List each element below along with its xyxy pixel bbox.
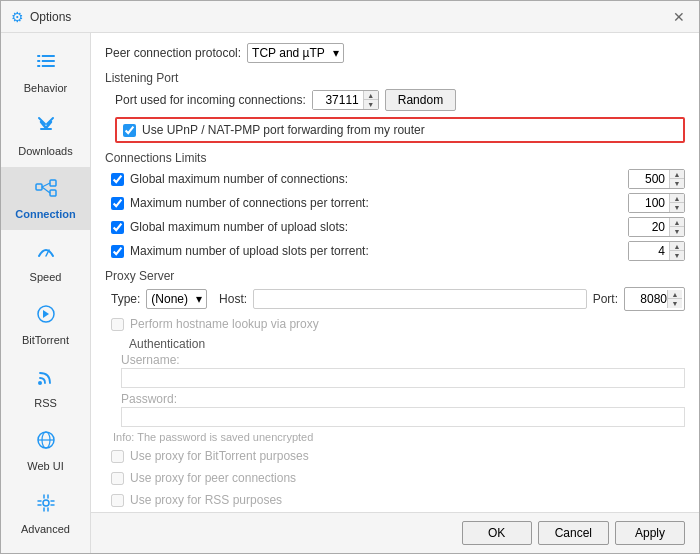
- conn-label-3: Maximum number of upload slots per torre…: [130, 244, 622, 258]
- conn-spin-up-3[interactable]: ▲: [670, 242, 684, 251]
- sidebar-label-bittorrent: BitTorrent: [22, 334, 69, 346]
- webui-icon: [35, 429, 57, 456]
- bittorrent-icon: [35, 303, 57, 330]
- conn-checkbox-3[interactable]: [111, 245, 124, 258]
- hostname-lookup-label: Perform hostname lookup via proxy: [130, 317, 319, 331]
- sidebar-item-bittorrent[interactable]: BitTorrent: [1, 293, 90, 356]
- proxy-peer-checkbox[interactable]: [111, 472, 124, 485]
- port-spin-down[interactable]: ▼: [364, 100, 378, 109]
- ok-button[interactable]: OK: [462, 521, 532, 545]
- proxy-port-spin-up[interactable]: ▲: [668, 290, 682, 299]
- conn-spin-down-3[interactable]: ▼: [670, 251, 684, 260]
- svg-rect-2: [37, 65, 55, 67]
- conn-spin-3[interactable]: ▲ ▼: [628, 241, 685, 261]
- proxy-host-input[interactable]: [253, 289, 587, 309]
- proxy-rss-row: Use proxy for RSS purposes: [111, 491, 685, 509]
- cancel-button[interactable]: Cancel: [538, 521, 609, 545]
- downloads-icon: [35, 114, 57, 141]
- conn-checkbox-0[interactable]: [111, 173, 124, 186]
- port-spin-buttons: ▲ ▼: [363, 91, 378, 109]
- proxy-type-chevron-icon: ▾: [196, 292, 202, 306]
- conn-row-0: Global maximum number of connections: ▲ …: [111, 169, 685, 189]
- conn-checkbox-1[interactable]: [111, 197, 124, 210]
- sidebar-label-webui: Web UI: [27, 460, 63, 472]
- proxy-host-label: Host:: [219, 292, 247, 306]
- close-button[interactable]: ✕: [669, 7, 689, 27]
- proxy-type-select[interactable]: (None) ▾: [146, 289, 207, 309]
- sidebar-item-advanced[interactable]: Advanced: [1, 482, 90, 545]
- svg-line-9: [42, 183, 50, 187]
- random-button[interactable]: Random: [385, 89, 456, 111]
- proxy-peer-row: Use proxy for peer connections: [111, 469, 685, 487]
- port-input[interactable]: [313, 91, 363, 109]
- behavior-icon: [35, 51, 57, 78]
- conn-spin-down-2[interactable]: ▼: [670, 227, 684, 236]
- sidebar-label-connection: Connection: [15, 208, 76, 220]
- svg-point-17: [43, 500, 49, 506]
- protocol-row: Peer connection protocol: TCP and µTP ▾: [105, 43, 685, 63]
- sidebar-item-behavior[interactable]: Behavior: [1, 41, 90, 104]
- conn-input-2[interactable]: [629, 218, 669, 236]
- proxy-port-label: Port:: [593, 292, 618, 306]
- conn-label-1: Maximum number of connections per torren…: [130, 196, 622, 210]
- password-input[interactable]: [121, 407, 685, 427]
- conn-spin-btns-0: ▲ ▼: [669, 170, 684, 188]
- titlebar: ⚙ Options ✕: [1, 1, 699, 33]
- proxy-rss-label: Use proxy for RSS purposes: [130, 493, 282, 507]
- auth-fields: Username: Password:: [111, 353, 685, 429]
- apply-button[interactable]: Apply: [615, 521, 685, 545]
- svg-point-13: [38, 381, 42, 385]
- auth-header: Authentication: [129, 337, 685, 351]
- listening-port-header: Listening Port: [105, 71, 685, 85]
- svg-rect-1: [37, 60, 55, 62]
- sidebar-label-speed: Speed: [30, 271, 62, 283]
- conn-spin-btns-1: ▲ ▼: [669, 194, 684, 212]
- connection-icon: [35, 177, 57, 204]
- proxy-bittorrent-checkbox[interactable]: [111, 450, 124, 463]
- sidebar-item-webui[interactable]: Web UI: [1, 419, 90, 482]
- conn-checkbox-2[interactable]: [111, 221, 124, 234]
- port-spinbox[interactable]: ▲ ▼: [312, 90, 379, 110]
- speed-icon: [35, 240, 57, 267]
- upnp-row: Use UPnP / NAT-PMP port forwarding from …: [115, 117, 685, 143]
- username-row: Username:: [121, 353, 685, 390]
- sidebar-item-downloads[interactable]: Downloads: [1, 104, 90, 167]
- upnp-checkbox[interactable]: [123, 124, 136, 137]
- username-input[interactable]: [121, 368, 685, 388]
- conn-input-1[interactable]: [629, 194, 669, 212]
- main-panel: Peer connection protocol: TCP and µTP ▾ …: [91, 33, 699, 553]
- conn-spin-0[interactable]: ▲ ▼: [628, 169, 685, 189]
- conn-input-3[interactable]: [629, 242, 669, 260]
- conn-spin-up-1[interactable]: ▲: [670, 194, 684, 203]
- conn-spin-up-2[interactable]: ▲: [670, 218, 684, 227]
- upnp-label: Use UPnP / NAT-PMP port forwarding from …: [142, 123, 425, 137]
- conn-input-0[interactable]: [629, 170, 669, 188]
- sidebar-item-connection[interactable]: Connection: [1, 167, 90, 230]
- proxy-port-spin-down[interactable]: ▼: [668, 299, 682, 308]
- conn-spin-1[interactable]: ▲ ▼: [628, 193, 685, 213]
- conn-spin-down-1[interactable]: ▼: [670, 203, 684, 212]
- proxy-rss-checkbox[interactable]: [111, 494, 124, 507]
- port-spin-up[interactable]: ▲: [364, 91, 378, 100]
- conn-spin-2[interactable]: ▲ ▼: [628, 217, 685, 237]
- sidebar: Behavior Downloads: [1, 33, 91, 553]
- conn-spin-btns-3: ▲ ▼: [669, 242, 684, 260]
- conn-label-2: Global maximum number of upload slots:: [130, 220, 622, 234]
- proxy-bittorrent-label: Use proxy for BitTorrent purposes: [130, 449, 309, 463]
- protocol-select[interactable]: TCP and µTP ▾: [247, 43, 344, 63]
- hostname-lookup-checkbox[interactable]: [111, 318, 124, 331]
- username-label: Username:: [121, 353, 685, 367]
- hostname-lookup-row: Perform hostname lookup via proxy: [111, 315, 685, 333]
- svg-rect-3: [40, 55, 42, 57]
- sidebar-item-speed[interactable]: Speed: [1, 230, 90, 293]
- conn-row-2: Global maximum number of upload slots: ▲…: [111, 217, 685, 237]
- proxy-type-row: Type: (None) ▾ Host: Port: ▲ ▼: [111, 287, 685, 311]
- proxy-port-input[interactable]: [627, 292, 667, 306]
- chevron-down-icon: ▾: [333, 46, 339, 60]
- advanced-icon: [35, 492, 57, 519]
- sidebar-item-rss[interactable]: RSS: [1, 356, 90, 419]
- conn-spin-down-0[interactable]: ▼: [670, 179, 684, 188]
- password-label: Password:: [121, 392, 685, 406]
- proxy-port-spinbox[interactable]: ▲ ▼: [624, 287, 685, 311]
- conn-spin-up-0[interactable]: ▲: [670, 170, 684, 179]
